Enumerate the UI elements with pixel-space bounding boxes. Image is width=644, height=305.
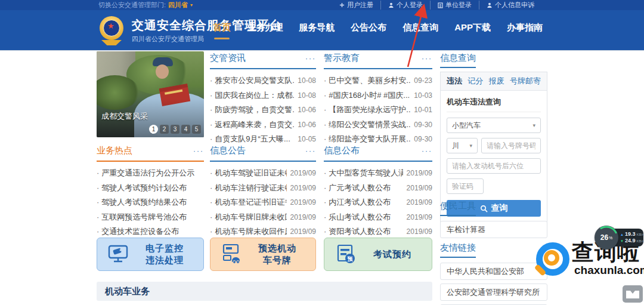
- hot-item-title: 驾驶人考试预约计划公布: [97, 183, 187, 193]
- notice-more-button[interactable]: ···: [305, 147, 316, 155]
- education-item[interactable]: #国庆168小时# #国庆... 10-03: [324, 88, 432, 103]
- notice-item[interactable]: 机动车号牌未收回作废... 2019/09: [210, 224, 316, 239]
- hot-item[interactable]: 互联网预选号牌号池公布: [97, 210, 204, 225]
- nav-item-label: 业务办理: [247, 22, 283, 33]
- news-item-date: 10-06: [298, 121, 316, 129]
- top-strip: 切换公安交通管理部门: 四川省 ▾ 用户注册 个人登录 单位登录 个人信息申诉: [0, 0, 644, 10]
- exam-booking-banner[interactable]: 预 考试预约: [324, 238, 432, 271]
- friend-link-item[interactable]: 公安部交通管理科学研究所: [440, 284, 547, 301]
- hot-item[interactable]: 严重交通违法行为公开公示: [97, 166, 204, 181]
- hot-item-title: 严重交通违法行为公开公示: [97, 168, 194, 178]
- plate-number-input[interactable]: [481, 138, 541, 153]
- plate-prefix-select[interactable]: 川 ▾: [447, 138, 478, 153]
- plus-icon: [339, 2, 345, 8]
- publication-item[interactable]: 内江考试人数公布 2019/09: [324, 195, 432, 210]
- nav-item[interactable]: 服务导航: [299, 22, 335, 39]
- query-panel-title: 信息查询: [440, 53, 476, 68]
- hot-item[interactable]: 驾驶人考试预约结果公布: [97, 195, 204, 210]
- nav-item[interactable]: 公告公布: [351, 22, 386, 39]
- news-item[interactable]: 国庆我在岗位上：成都... 10-08: [210, 88, 316, 103]
- unit-login-link[interactable]: 单位登录: [430, 1, 479, 10]
- nav-active-bar: [309, 38, 324, 39]
- publication-item-date: 2019/09: [407, 184, 432, 192]
- hot-item-title: 交通技术监控设备公布: [97, 226, 179, 237]
- region-current[interactable]: 四川省: [168, 1, 188, 10]
- education-item-title: 巴中交警、美丽乡村安...: [324, 75, 410, 86]
- education-section-title: 警示教育: [324, 53, 360, 64]
- query-tab[interactable]: 记分: [467, 76, 483, 87]
- notice-item[interactable]: 机动车登记证书旧证书... 2019/09: [210, 195, 316, 210]
- nav-active-bar: [214, 38, 230, 39]
- upload-value: 19.3: [625, 232, 636, 237]
- news-carousel[interactable]: 成都交警风采 1 2 3 4 5: [97, 51, 204, 137]
- nav-active-bar: [413, 38, 428, 39]
- education-more-button[interactable]: ···: [422, 55, 432, 62]
- info-appeal-link[interactable]: 个人信息申诉: [479, 1, 541, 10]
- engine-number-input[interactable]: [447, 158, 541, 174]
- traffic-portal-page: 切换公安交通管理部门: 四川省 ▾ 用户注册 个人登录 单位登录 个人信息申诉: [0, 0, 644, 305]
- tool-item[interactable]: 车检计算器: [440, 221, 547, 238]
- carousel-page-dot[interactable]: 3: [171, 125, 179, 134]
- publication-item[interactable]: 乐山考试人数公布 2019/09: [324, 210, 432, 225]
- person-icon: [388, 2, 394, 8]
- education-item-date: 09-30: [414, 121, 432, 129]
- notice-item[interactable]: 机动车注销行驶证未收... 2019/09: [210, 181, 316, 196]
- education-item[interactable]: 绵阳盐亭交警大队开展... 09-30: [324, 132, 432, 147]
- publication-item-date: 2019/09: [407, 227, 432, 236]
- news-more-button[interactable]: ···: [305, 55, 316, 62]
- publication-item[interactable]: 资阳考试人数公布 2019/09: [324, 224, 432, 239]
- news-item[interactable]: 雅安市公安局交警支队... 10-08: [210, 73, 316, 88]
- education-item-title: 绵阳公安交警情景实战...: [324, 119, 410, 130]
- nav-item[interactable]: 信息查询: [402, 22, 438, 39]
- publication-more-button[interactable]: ···: [422, 147, 432, 155]
- carousel-page-dot[interactable]: 2: [160, 125, 169, 134]
- query-tab[interactable]: 违法: [447, 76, 462, 87]
- notice-item[interactable]: 机动车号牌旧牌未收回... 2019/09: [210, 210, 316, 225]
- query-tab[interactable]: 号牌邮寄: [510, 76, 541, 87]
- news-item[interactable]: 返程高峰来袭，自贡交... 10-06: [210, 118, 316, 133]
- vehicle-type-select[interactable]: 小型汽车 ▾: [447, 118, 541, 133]
- nav-item[interactable]: 办事指南: [507, 22, 543, 39]
- carousel-page-dot[interactable]: 5: [192, 125, 201, 134]
- publication-item[interactable]: 广元考试人数公布 2019/09: [324, 181, 432, 196]
- register-link[interactable]: 用户注册: [332, 1, 380, 10]
- nav-item[interactable]: 首页: [213, 22, 231, 39]
- hot-section-title: 业务热点: [97, 145, 132, 156]
- news-item-date: 10-08: [298, 91, 316, 100]
- education-item[interactable]: 巴中交警、美丽乡村安... 09-23: [324, 73, 432, 88]
- nav-item[interactable]: APP下载: [454, 22, 491, 39]
- captcha-input[interactable]: [447, 178, 484, 194]
- hot-item-title: 驾驶人考试预约结果公布: [97, 197, 187, 208]
- region-switcher[interactable]: 切换公安交通管理部门: 四川省 ▾: [98, 0, 193, 10]
- friend-link-item[interactable]: 中华人民共和国公安部: [440, 263, 547, 280]
- query-form-title: 机动车违法查询: [447, 97, 541, 112]
- notice-item-date: 2019/09: [290, 184, 316, 192]
- banner-label-line1: 电子监控: [131, 242, 199, 254]
- carousel-page-dot[interactable]: 1: [149, 125, 158, 134]
- education-item-title: #国庆168小时# #国庆...: [324, 90, 410, 101]
- news-section: 交管资讯 ··· 雅安市公安局交警支队... 10-08 国庆我在岗位上：成都.…: [210, 53, 316, 147]
- education-item[interactable]: 【路面荧光绿永远守护... 10-01: [324, 103, 432, 118]
- nav-item-label: 信息查询: [402, 22, 438, 33]
- nav-item[interactable]: 业务办理: [247, 22, 283, 39]
- news-item[interactable]: 防疲劳驾驶，自贡交警... 10-06: [210, 103, 316, 118]
- speed-monitor-widget[interactable]: ▲19.3KB/s ▼24.9KB/s 26%: [595, 226, 644, 251]
- hot-more-button[interactable]: ···: [193, 147, 204, 155]
- carousel-page-dot[interactable]: 4: [181, 125, 190, 134]
- query-tab[interactable]: 报废: [489, 76, 504, 87]
- news-item-date: 10-06: [298, 106, 316, 114]
- publication-item[interactable]: 大中型客货车驾驶人满... 2019/09: [324, 166, 432, 181]
- education-item-title: 绵阳盐亭交警大队开展...: [324, 134, 410, 144]
- floating-tool-button[interactable]: [623, 285, 643, 303]
- hot-item[interactable]: 驾驶人考试预约计划公布: [97, 181, 204, 196]
- plate-preselect-banner[interactable]: 预选机动 车号牌: [210, 238, 316, 271]
- education-item[interactable]: 绵阳公安交警情景实战... 09-30: [324, 118, 432, 133]
- publication-section-title: 信息公布: [324, 145, 360, 156]
- personal-login-link[interactable]: 个人登录: [380, 1, 430, 10]
- news-item[interactable]: 自贡支队9月“五大曝... 10-05: [210, 132, 316, 147]
- news-item-title: 防疲劳驾驶，自贡交警...: [210, 104, 294, 115]
- news-item-title: 国庆我在岗位上：成都...: [210, 90, 294, 101]
- e-monitor-banner[interactable]: 电子监控 违法处理: [97, 238, 204, 271]
- hot-item[interactable]: 交通技术监控设备公布: [97, 224, 204, 239]
- notice-item[interactable]: 机动车驾驶证旧证未收... 2019/09: [210, 166, 316, 181]
